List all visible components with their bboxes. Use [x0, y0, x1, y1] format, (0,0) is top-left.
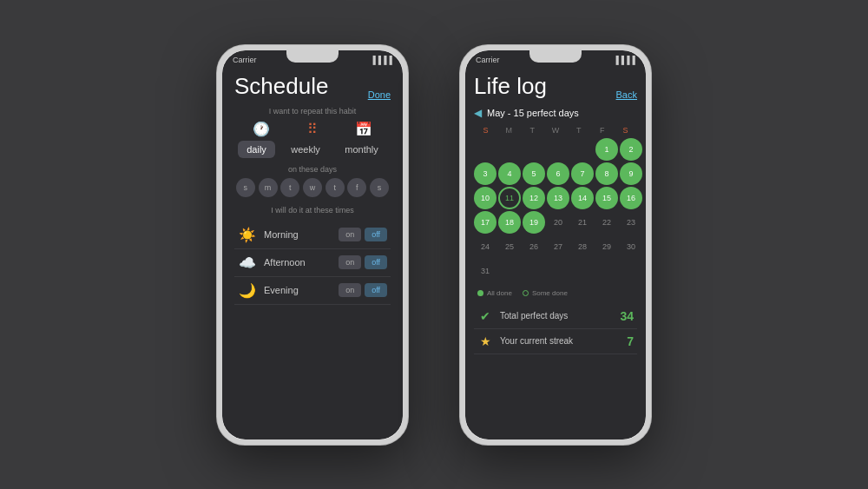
cal-empty-8	[547, 260, 569, 282]
day-s1[interactable]: s	[236, 178, 255, 197]
back-button[interactable]: Back	[616, 89, 637, 100]
evening-on[interactable]: on	[339, 283, 361, 297]
cal-empty-2	[498, 138, 521, 161]
cal-day-5[interactable]: 5	[523, 162, 545, 185]
cal-empty-11	[620, 260, 642, 282]
times-label: I will do it at these times	[234, 206, 391, 215]
col-w: W	[544, 126, 568, 135]
evening-label: Evening	[264, 285, 339, 295]
day-s2[interactable]: s	[370, 178, 389, 197]
month-nav: ◀ May - 15 perfect days	[474, 107, 637, 119]
afternoon-on[interactable]: on	[339, 255, 361, 269]
col-s2: S	[614, 126, 637, 135]
days-label: on these days	[234, 165, 391, 174]
time-2: 4:29 PM	[542, 56, 571, 64]
streak-value: 7	[627, 334, 634, 348]
total-perfect-row: ✔ Total perfect days 34	[474, 304, 637, 329]
afternoon-label: Afternoon	[264, 257, 339, 268]
cal-day-2[interactable]: 2	[620, 138, 642, 161]
weekly-icon: ⠿	[307, 121, 318, 137]
legend: All done Some done	[474, 289, 637, 297]
phone-schedule: Carrier 4:08 PM ▐▐▐▐ Schedule Done I wan…	[217, 45, 408, 445]
afternoon-off[interactable]: off	[365, 255, 387, 269]
legend-all-done-label: All done	[487, 289, 512, 297]
col-m: M	[497, 126, 521, 135]
evening-row: 🌙 Evening on off	[234, 277, 391, 305]
cal-day-17[interactable]: 17	[474, 211, 496, 234]
repeat-icons: 🕐 ⠿ 📅	[234, 121, 391, 137]
cal-day-21: 21	[571, 211, 594, 234]
cal-day-25: 25	[498, 235, 521, 258]
status-bar-2: Carrier 4:29 PM ▐▐▐▐	[465, 50, 646, 66]
day-t1[interactable]: t	[280, 178, 299, 197]
daily-btn[interactable]: daily	[238, 141, 275, 158]
evening-icon: 🌙	[238, 282, 257, 299]
day-w[interactable]: w	[303, 178, 322, 197]
schedule-screen: Schedule Done I want to repeat this habi…	[222, 66, 403, 439]
legend-dot-empty	[523, 290, 529, 296]
done-button[interactable]: Done	[368, 89, 391, 100]
cal-day-23: 23	[620, 211, 642, 234]
cal-day-1[interactable]: 1	[595, 138, 618, 161]
cal-day-26: 26	[523, 235, 545, 258]
cal-day-27: 27	[547, 235, 569, 258]
repeat-label: I want to repeat this habit	[234, 107, 391, 116]
cal-empty-10	[595, 260, 618, 282]
legend-some-done-label: Some done	[532, 289, 568, 297]
schedule-title: Schedule	[234, 73, 328, 100]
phones-container: Carrier 4:08 PM ▐▐▐▐ Schedule Done I wan…	[217, 45, 651, 445]
evening-off[interactable]: off	[365, 283, 387, 297]
day-t2[interactable]: t	[326, 178, 345, 197]
cal-empty-9	[571, 260, 594, 282]
cal-day-7[interactable]: 7	[571, 162, 594, 185]
title-row-1: Schedule Done	[234, 73, 391, 100]
cal-day-11[interactable]: 11	[498, 187, 521, 209]
title-row-2: Life log Back	[474, 73, 637, 100]
cal-day-8[interactable]: 8	[595, 162, 618, 185]
lifelog-screen: Life log Back ◀ May - 15 perfect days S …	[465, 66, 646, 439]
calendar-grid: 1 2 3 4 5 6 7 8 9 10 11 12 13 14 15	[474, 138, 637, 282]
streak-label: Your current streak	[500, 336, 620, 346]
monthly-icon: 📅	[355, 121, 372, 137]
streak-row: ★ Your current streak 7	[474, 329, 637, 354]
cal-day-3[interactable]: 3	[474, 162, 496, 185]
evening-toggle: on off	[339, 283, 387, 297]
cal-day-13[interactable]: 13	[547, 187, 569, 209]
morning-off[interactable]: off	[365, 228, 387, 241]
weekly-btn[interactable]: weekly	[282, 141, 329, 158]
daily-icon: 🕐	[253, 121, 270, 137]
cal-day-14[interactable]: 14	[571, 187, 594, 209]
cal-day-29: 29	[595, 235, 618, 258]
cal-day-24: 24	[474, 235, 496, 258]
cal-day-18[interactable]: 18	[498, 211, 521, 234]
lifelog-title: Life log	[474, 73, 547, 100]
cal-empty-6	[498, 260, 521, 282]
cal-day-15[interactable]: 15	[595, 187, 618, 209]
day-f[interactable]: f	[347, 178, 366, 197]
total-perfect-value: 34	[620, 309, 634, 323]
cal-day-10[interactable]: 10	[474, 187, 496, 209]
day-m[interactable]: m	[259, 178, 278, 197]
prev-month-arrow[interactable]: ◀	[474, 107, 482, 119]
checkmark-icon: ✔	[477, 309, 493, 323]
cal-day-9[interactable]: 9	[620, 162, 642, 185]
days-row: s m t w t f s	[234, 178, 391, 197]
col-f: F	[590, 126, 614, 135]
cal-day-16[interactable]: 16	[620, 187, 642, 209]
cal-empty-5	[571, 138, 594, 161]
cal-day-30: 30	[620, 235, 642, 258]
battery-2: ▐▐▐▐	[613, 56, 635, 64]
carrier-2: Carrier	[476, 56, 500, 64]
morning-on[interactable]: on	[339, 228, 361, 241]
legend-some-done: Some done	[523, 289, 568, 297]
afternoon-toggle: on off	[339, 255, 387, 269]
cal-day-6[interactable]: 6	[547, 162, 569, 185]
total-perfect-label: Total perfect days	[500, 311, 613, 320]
cal-day-4[interactable]: 4	[498, 162, 521, 185]
morning-row: ☀️ Morning on off	[234, 221, 391, 249]
cal-day-12[interactable]: 12	[523, 187, 545, 209]
morning-icon: ☀️	[238, 227, 257, 243]
monthly-btn[interactable]: monthly	[336, 141, 387, 158]
cal-empty-4	[547, 138, 569, 161]
cal-day-19[interactable]: 19	[523, 211, 545, 234]
